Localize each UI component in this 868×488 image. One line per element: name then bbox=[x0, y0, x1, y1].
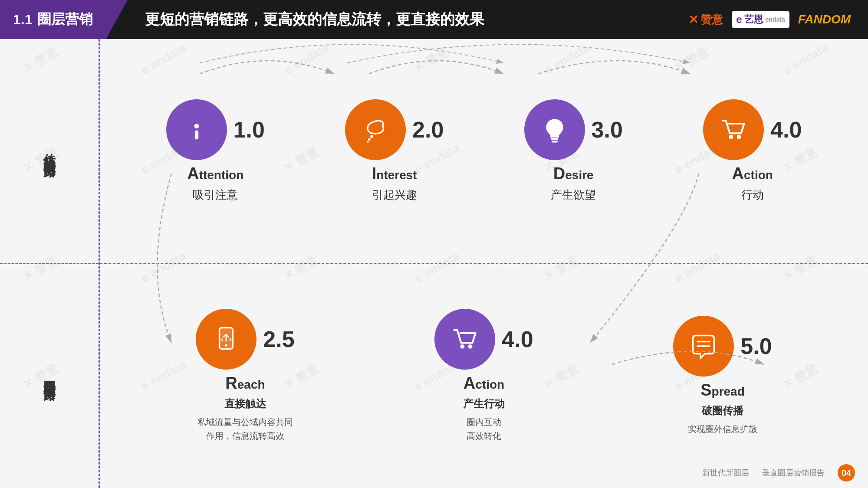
sidebar: 传统品牌营销链路 圈层营销链路 bbox=[0, 39, 100, 488]
svg-point-9 bbox=[729, 135, 733, 139]
exclamation-icon bbox=[181, 115, 212, 145]
svg-point-16 bbox=[468, 344, 473, 349]
header-right: 更短的营销链路，更高效的信息流转，更直接的效果 ✕ 赞意 e 艺恩 endata… bbox=[128, 0, 868, 39]
spread-circle-wrapper: 5.0 bbox=[673, 316, 772, 377]
logo-fandom: FANDOM bbox=[798, 13, 851, 26]
sidebar-bottom: 圈层营销链路 bbox=[0, 264, 99, 488]
desire-circle-wrapper: 3.0 bbox=[524, 99, 623, 160]
logos-container: ✕ 赞意 e 艺恩 endata FANDOM bbox=[688, 11, 851, 28]
reach-label-cn-bold: 直接触达 bbox=[224, 397, 266, 411]
interest-rest: nterest bbox=[376, 168, 417, 182]
endata-e-icon: e bbox=[736, 13, 742, 26]
svg-point-6 bbox=[367, 141, 368, 143]
zanyi-x-icon: ✕ bbox=[688, 13, 698, 27]
section-number: 1.1 bbox=[13, 12, 32, 28]
header: 1.1 圈层营销 更短的营销链路，更高效的信息流转，更直接的效果 ✕ 赞意 e … bbox=[0, 0, 868, 39]
action-bottom-first-letter: A bbox=[464, 374, 475, 392]
svg-point-13 bbox=[225, 344, 228, 347]
action-top-circle-wrapper: 4.0 bbox=[703, 99, 802, 160]
action-top-label-cn: 行动 bbox=[741, 187, 764, 203]
node-attention: 1.0 Attention 吸引注意 bbox=[166, 99, 265, 203]
svg-point-15 bbox=[460, 344, 465, 349]
svg-point-5 bbox=[368, 138, 371, 141]
desire-label-cn: 产生欲望 bbox=[551, 187, 596, 203]
svg-point-1 bbox=[194, 124, 199, 128]
logo-zanyi: ✕ 赞意 bbox=[688, 12, 723, 27]
action-top-label-en: Action bbox=[732, 164, 773, 183]
reach-circle bbox=[196, 309, 256, 370]
content-area: 1.0 Attention 吸引注意 bbox=[100, 39, 868, 488]
footer-text1: 新世代新圈层 bbox=[702, 468, 749, 478]
action-bottom-label-cn-bold: 产生行动 bbox=[463, 397, 505, 411]
section-title: 圈层营销 bbox=[37, 10, 93, 29]
main-content: 传统品牌营销链路 圈层营销链路 bbox=[0, 39, 868, 488]
interest-label-cn: 引起兴趣 bbox=[372, 187, 417, 203]
action-bottom-desc: 圈内互动高效转化 bbox=[467, 415, 501, 443]
footer-page-number: 04 bbox=[838, 464, 855, 481]
svg-point-10 bbox=[737, 135, 741, 139]
attention-circle bbox=[166, 99, 227, 160]
node-reach: 2.5 Reach 直接触达 私域流量与公域内容共同作用，信息流转高效 bbox=[196, 309, 294, 443]
fandom-text: FANDOM bbox=[798, 13, 851, 26]
reach-number: 2.5 bbox=[263, 326, 294, 352]
header-subtitle: 更短的营销链路，更高效的信息流转，更直接的效果 bbox=[145, 10, 484, 29]
spread-desc: 实现圈外信息扩散 bbox=[688, 422, 757, 436]
action-top-first-letter: A bbox=[732, 164, 744, 183]
desire-label-en: Desire bbox=[553, 164, 594, 183]
action-bottom-number: 4.0 bbox=[502, 326, 533, 352]
interest-number: 2.0 bbox=[412, 117, 444, 143]
action-bottom-circle-wrapper: 4.0 bbox=[434, 309, 533, 370]
lightbulb-icon bbox=[539, 115, 570, 145]
interest-circle bbox=[345, 99, 406, 160]
header-divider bbox=[106, 0, 128, 39]
phone-touch-icon bbox=[211, 324, 241, 354]
attention-label-en: Attention bbox=[187, 164, 243, 183]
spread-circle bbox=[673, 316, 734, 377]
chat-lines-icon bbox=[688, 331, 719, 361]
shopping-cart-icon-top bbox=[718, 115, 749, 145]
action-top-number: 4.0 bbox=[770, 117, 802, 143]
node-interest: 2.0 Interest 引起兴趣 bbox=[345, 99, 444, 203]
attention-number: 1.0 bbox=[233, 117, 265, 143]
spread-rest: pread bbox=[712, 385, 745, 398]
action-top-rest: ction bbox=[744, 168, 773, 182]
action-bottom-rest: ction bbox=[475, 378, 504, 391]
footer: 新世代新圈层 垂直圈层营销报告 04 bbox=[702, 464, 855, 481]
node-desire: 3.0 Desire 产生欲望 bbox=[524, 99, 623, 203]
spread-label-en: Spread bbox=[700, 381, 745, 400]
endata-text: 艺恩 bbox=[744, 13, 763, 26]
interest-first-letter: I bbox=[372, 164, 377, 183]
attention-rest: ttention bbox=[199, 168, 244, 182]
spread-first-letter: S bbox=[700, 381, 711, 399]
bottom-row: 2.5 Reach 直接触达 私域流量与公域内容共同作用，信息流转高效 bbox=[100, 264, 868, 488]
sidebar-top: 传统品牌营销链路 bbox=[0, 39, 99, 264]
node-spread: 5.0 Spread 破圈传播 实现圈外信息扩散 bbox=[673, 316, 772, 436]
sidebar-top-label: 传统品牌营销链路 bbox=[41, 144, 58, 158]
reach-rest: each bbox=[237, 378, 265, 391]
endata-sub: endata bbox=[766, 16, 785, 23]
svg-point-4 bbox=[370, 135, 373, 138]
thought-bubble-icon bbox=[360, 115, 391, 145]
desire-rest: esire bbox=[565, 168, 593, 182]
shopping-cart-icon-bottom bbox=[450, 324, 480, 354]
reach-desc: 私域流量与公域内容共同作用，信息流转高效 bbox=[197, 415, 293, 443]
footer-text2: 垂直圈层营销报告 bbox=[762, 468, 825, 478]
reach-label-en: Reach bbox=[225, 374, 265, 393]
sidebar-bottom-label: 圈层营销链路 bbox=[41, 371, 58, 381]
attention-first-letter: A bbox=[187, 164, 199, 183]
interest-circle-wrapper: 2.0 bbox=[345, 99, 444, 160]
node-action-top: 4.0 Action 行动 bbox=[703, 99, 802, 203]
action-bottom-circle bbox=[434, 309, 495, 370]
desire-first-letter: D bbox=[553, 164, 565, 183]
svg-rect-8 bbox=[552, 141, 558, 142]
attention-label-cn: 吸引注意 bbox=[193, 187, 238, 203]
action-top-circle bbox=[703, 99, 764, 160]
header-section-label: 1.1 圈层营销 bbox=[0, 0, 106, 39]
spread-label-cn-bold: 破圈传播 bbox=[702, 404, 743, 418]
top-row: 1.0 Attention 吸引注意 bbox=[100, 39, 868, 264]
logo-endata: e 艺恩 endata bbox=[732, 11, 789, 28]
node-action-bottom: 4.0 Action 产生行动 圈内互动高效转化 bbox=[434, 309, 533, 443]
svg-rect-2 bbox=[194, 131, 198, 140]
zanyi-text: 赞意 bbox=[700, 12, 723, 27]
interest-label-en: Interest bbox=[372, 164, 417, 183]
